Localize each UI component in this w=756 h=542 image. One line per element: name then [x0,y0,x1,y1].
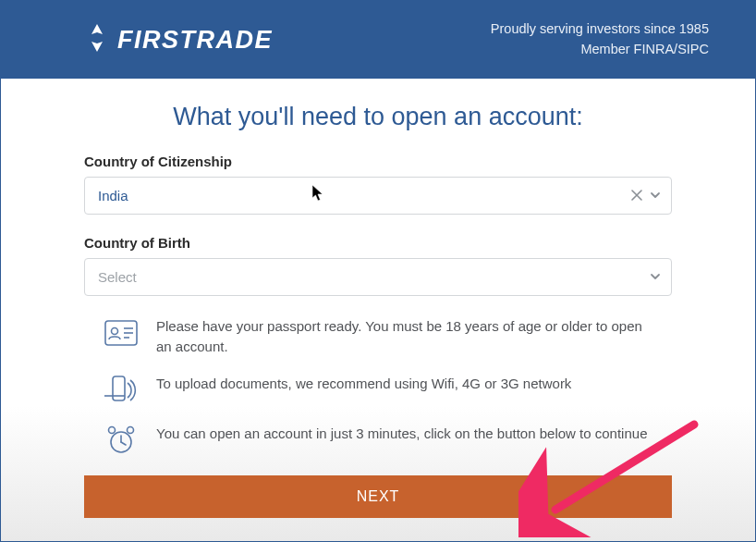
birth-select[interactable]: Select [84,258,672,296]
brand-logo: FIRSTRADE [84,24,273,55]
chevron-down-icon[interactable] [650,188,661,204]
citizenship-select[interactable]: India [84,177,672,215]
next-button[interactable]: NEXT [84,475,672,518]
brand-name: FIRSTRADE [117,26,273,55]
svg-rect-5 [113,376,125,400]
phone-signal-icon [104,374,138,407]
info-time: You can open an account in just 3 minute… [104,424,652,457]
info-passport-text: Please have your passport ready. You mus… [156,316,652,357]
svg-line-9 [121,442,126,445]
header: FIRSTRADE Proudly serving investors sinc… [1,1,755,79]
logo-mark-icon [84,24,110,55]
birth-label: Country of Birth [84,235,672,251]
info-upload-text: To upload documents, we recommend using … [156,374,571,394]
info-passport: Please have your passport ready. You mus… [104,316,652,357]
clock-icon [104,424,138,457]
chevron-down-icon[interactable] [650,269,661,286]
info-time-text: You can open an account in just 3 minute… [156,424,647,444]
info-list: Please have your passport ready. You mus… [84,316,672,457]
main-content: What you'll need to open an account: Cou… [1,79,755,518]
svg-point-11 [128,426,134,433]
next-button-label: NEXT [357,488,400,504]
id-card-icon [104,316,138,350]
page-title: What you'll need to open an account: [84,103,672,131]
svg-point-1 [112,328,118,335]
info-upload: To upload documents, we recommend using … [104,374,652,407]
svg-point-10 [109,426,116,433]
tagline-line-1: Proudly serving investors since 1985 [491,19,709,40]
header-tagline: Proudly serving investors since 1985 Mem… [491,19,709,60]
citizenship-label: Country of Citizenship [84,154,672,169]
citizenship-value: India [98,188,128,203]
birth-placeholder: Select [98,269,137,285]
clear-icon[interactable] [631,188,642,204]
tagline-line-2: Member FINRA/SIPC [491,40,709,60]
